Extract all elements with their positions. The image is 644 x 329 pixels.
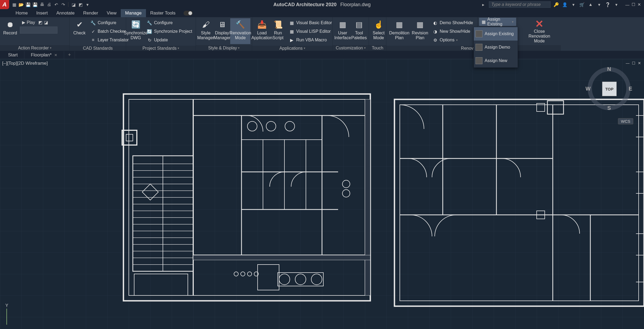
configure-button[interactable]: 🔧Configure bbox=[89, 19, 130, 27]
title-bar: A ▦ 📂 💾 💾 🖶 🖨 ↶ ↷ ◪ ◩ ▾ AutoCAD Architec… bbox=[0, 0, 644, 9]
new-showhide-button[interactable]: ◑New Show/Hide bbox=[431, 27, 475, 35]
menu-bar: Home Insert Annotate Render View Manage … bbox=[0, 9, 644, 17]
chevron-down-icon[interactable]: ▾ bbox=[596, 2, 602, 8]
svg-point-18 bbox=[279, 274, 290, 285]
a360-icon[interactable]: ▲ bbox=[588, 2, 594, 8]
viewcube-e[interactable]: E bbox=[629, 86, 632, 92]
viewcube-w[interactable]: W bbox=[586, 86, 591, 92]
svg-rect-47 bbox=[258, 265, 279, 290]
app-logo[interactable]: A bbox=[0, 0, 9, 9]
cart-icon[interactable]: 🛒 bbox=[579, 2, 585, 8]
search-input[interactable]: Type a keyword or phrase bbox=[489, 1, 551, 8]
menu-home[interactable]: Home bbox=[11, 9, 32, 17]
menu-manage[interactable]: Manage bbox=[121, 9, 146, 17]
help-icon[interactable]: ❔ bbox=[605, 2, 611, 8]
assign-existing-split-button[interactable]: ▦ Assign Existing ▾ bbox=[479, 18, 516, 26]
menu-view[interactable]: View bbox=[103, 9, 121, 17]
chevron-down-icon[interactable]: ▾ bbox=[613, 2, 619, 8]
record-icon: ⏺ bbox=[5, 19, 16, 30]
select-mode-button[interactable]: ☝ Select Mode bbox=[371, 18, 387, 44]
save-icon[interactable]: 💾 bbox=[25, 2, 31, 8]
qat-icon-a[interactable]: ◪ bbox=[71, 2, 76, 8]
close-icon[interactable]: ✕ bbox=[54, 53, 57, 57]
viewcube[interactable]: TOP N S E W bbox=[588, 67, 631, 110]
check-button[interactable]: ✔ Check bbox=[71, 18, 87, 44]
proj-configure-button[interactable]: 🔧Configure bbox=[145, 19, 194, 27]
vp-close-button[interactable]: ✕ bbox=[637, 61, 642, 66]
ribbon: ⏺ Record ▶ Play ◩ ◪ Action Recorder▾ ✔ C… bbox=[0, 17, 644, 51]
ribbon-toggle[interactable] bbox=[184, 11, 193, 16]
style-manager-button[interactable]: 🖌 Style Manager bbox=[197, 18, 214, 44]
viewcube-s[interactable]: S bbox=[607, 105, 611, 111]
qat-icon-b[interactable]: ◩ bbox=[78, 2, 83, 8]
svg-rect-3 bbox=[126, 134, 133, 141]
svg-rect-66 bbox=[365, 99, 370, 295]
print-icon[interactable]: 🖨 bbox=[46, 2, 52, 8]
signin-icon[interactable]: 🔑 bbox=[553, 2, 559, 8]
run-vba-button[interactable]: ▶Run VBA Macro bbox=[287, 36, 334, 44]
gear-icon: ⚙ bbox=[432, 37, 438, 43]
renovation-options-button[interactable]: ⚙Options ▾ bbox=[431, 36, 475, 44]
vb-editor-button[interactable]: ▦Visual Basic Editor bbox=[287, 19, 334, 27]
load-application-button[interactable]: 📥 Load Application bbox=[254, 18, 270, 44]
renovation-mode-button[interactable]: 🔨 Renovation Mode bbox=[230, 18, 250, 44]
viewport-label[interactable]: [–][Top][2D Wireframe] bbox=[2, 61, 48, 66]
chevron-down-icon[interactable]: ▾ bbox=[570, 2, 576, 8]
tab-start[interactable]: Start bbox=[2, 51, 24, 59]
user-icon[interactable]: 👤 bbox=[562, 2, 568, 8]
demo-showhide-button[interactable]: ◐Demo Show/Hide bbox=[431, 19, 475, 27]
svg-point-22 bbox=[342, 180, 350, 188]
tool-palettes-button[interactable]: ▤ Tool Palettes bbox=[351, 18, 367, 44]
panel-project-standards: 🔄 Synchronize DWG 🔧Configure 🔄Synchroniz… bbox=[126, 17, 196, 51]
dropdown-assign-new[interactable]: Assign New bbox=[474, 54, 518, 67]
plot-icon[interactable]: 🖶 bbox=[39, 2, 45, 8]
vlisp-editor-button[interactable]: ▦Visual LISP Editor bbox=[287, 27, 334, 35]
drawing-viewport[interactable]: [–][Top][2D Wireframe] — ☐ ✕ TOP N S E W… bbox=[0, 59, 644, 329]
menu-raster-tools[interactable]: Raster Tools bbox=[146, 9, 180, 17]
close-renovation-button[interactable]: ✕ Close Renovation Mode bbox=[519, 18, 559, 44]
batch-icon: ✓ bbox=[90, 28, 96, 34]
vp-minimize-button[interactable]: — bbox=[625, 61, 630, 66]
open-icon[interactable]: 📂 bbox=[18, 2, 24, 8]
play-button[interactable]: ▶ Play ◩ ◪ bbox=[20, 19, 57, 26]
close-button[interactable]: ✕ bbox=[636, 2, 642, 7]
vp-maximize-button[interactable]: ☐ bbox=[631, 61, 636, 66]
action-combo[interactable] bbox=[20, 27, 57, 34]
arrow-icon[interactable]: ▸ bbox=[480, 2, 486, 8]
dropdown-assign-existing[interactable]: Assign Existing bbox=[474, 27, 518, 41]
panel-title-applications: Applications▾ bbox=[252, 46, 332, 51]
demolition-plan-button[interactable]: ▦ Demolition Plan bbox=[388, 18, 411, 44]
svg-rect-65 bbox=[547, 101, 564, 114]
viewcube-top-face[interactable]: TOP bbox=[602, 82, 617, 96]
sync-dwg-button[interactable]: 🔄 Synchronize DWG bbox=[128, 18, 144, 44]
svg-point-15 bbox=[247, 121, 257, 131]
sync-project-button[interactable]: 🔄Synchronize Project bbox=[145, 27, 194, 35]
mini-icon-a[interactable]: ◩ bbox=[38, 20, 42, 25]
wcs-badge[interactable]: WCS bbox=[618, 118, 633, 124]
restore-button[interactable]: ☐ bbox=[631, 2, 636, 7]
minimize-button[interactable]: — bbox=[625, 2, 630, 7]
tab-floorplan[interactable]: Floorplan*✕ bbox=[24, 51, 64, 59]
menu-annotate[interactable]: Annotate bbox=[52, 9, 79, 17]
undo-icon[interactable]: ↶ bbox=[53, 2, 59, 8]
run-script-button[interactable]: 📜 Run Script bbox=[270, 18, 286, 44]
svg-point-44 bbox=[247, 272, 252, 276]
check-icon: ✔ bbox=[74, 19, 85, 30]
record-button[interactable]: ⏺ Record bbox=[2, 18, 19, 44]
tab-add-button[interactable]: + bbox=[64, 51, 75, 59]
dropdown-assign-demo[interactable]: Assign Demo bbox=[474, 41, 518, 54]
menu-render[interactable]: Render bbox=[79, 9, 103, 17]
redo-icon[interactable]: ↷ bbox=[60, 2, 66, 8]
viewcube-n[interactable]: N bbox=[607, 66, 611, 72]
mini-icon-b[interactable]: ◪ bbox=[44, 20, 48, 25]
app-name: AutoCAD Architecture 2020 bbox=[273, 2, 336, 8]
saveas-icon[interactable]: 💾 bbox=[32, 2, 38, 8]
user-interface-button[interactable]: ▦ User Interface bbox=[334, 18, 351, 44]
chevron-down-icon[interactable]: ▾ bbox=[85, 2, 90, 8]
new-icon[interactable]: ▦ bbox=[11, 2, 17, 8]
display-manager-button[interactable]: 🖥 Display Manager bbox=[214, 18, 230, 44]
update-button[interactable]: ↻Update bbox=[145, 36, 194, 44]
revision-plan-button[interactable]: ▦ Revision Plan bbox=[411, 18, 429, 44]
panel-title-renovation: Renova bbox=[386, 46, 477, 51]
menu-insert[interactable]: Insert bbox=[32, 9, 52, 17]
